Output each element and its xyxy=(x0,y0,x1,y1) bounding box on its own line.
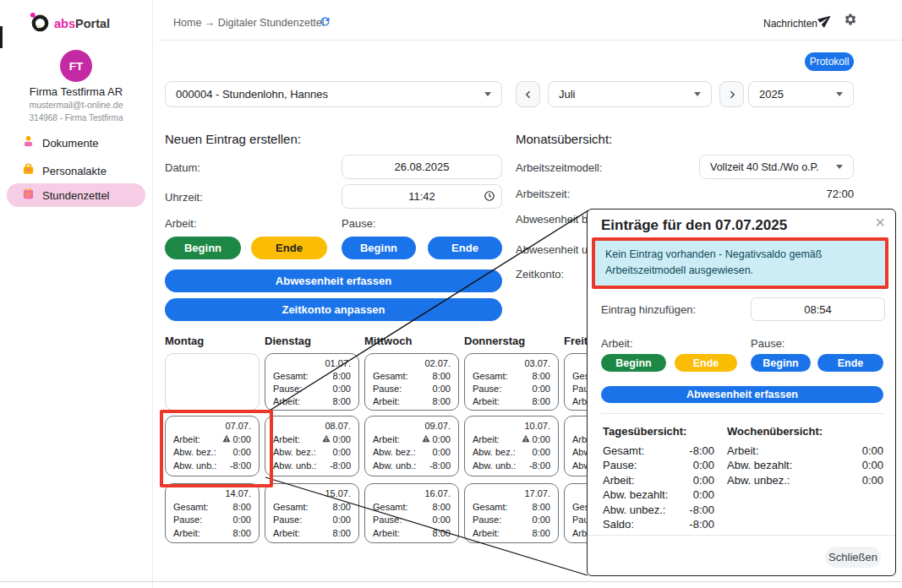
day-entries-modal: Einträge für den 07.07.2025 × Kein Eintr… xyxy=(587,209,896,576)
day-row: Pause:0:00 xyxy=(373,383,451,395)
day-row: Arbeit:8:00 xyxy=(373,527,451,541)
no-entry-notice: Kein Eintrag vorhanden - Negativsaldo ge… xyxy=(592,237,888,289)
pause-beginn-button[interactable]: Beginn xyxy=(342,237,416,259)
sidebar-item-label: Dokumente xyxy=(42,137,98,150)
tagesuebersicht-table: Gesamt:-8:00 Pause:0:00 Arbeit:0:00 Abw.… xyxy=(603,444,714,531)
day-row: Abw. unb.:-8:00 xyxy=(273,460,351,473)
nachrichten-label[interactable]: Nachrichten xyxy=(763,18,817,30)
warning-icon xyxy=(522,433,530,447)
sidebar: absPortal FT Firma Testfirma AR musterma… xyxy=(0,0,153,588)
topbar-divider xyxy=(159,40,902,41)
arbeitszeit-label: Arbeitszeit: xyxy=(516,188,570,200)
sidebar-item-label: Stundenzettel xyxy=(42,189,110,202)
modal-arbeit-ende-button[interactable]: Ende xyxy=(675,354,737,372)
day-row: Gesamt:8:00 xyxy=(473,370,550,383)
weekday-header: Mittwoch xyxy=(364,335,459,347)
avatar[interactable]: FT xyxy=(60,50,92,82)
sidebar-item-stundenzettel[interactable]: Stundenzettel xyxy=(22,184,110,206)
modal-pause-label: Pause: xyxy=(751,337,784,350)
pause-label: Pause: xyxy=(342,217,375,230)
uhrzeit-input[interactable] xyxy=(342,184,502,209)
arbeit-beginn-button[interactable]: Beginn xyxy=(165,237,241,259)
modal-pause-beginn-button[interactable]: Beginn xyxy=(751,354,811,372)
tagesuebersicht-title: Tagesübersicht: xyxy=(603,425,686,438)
zeitkonto-anpassen-button[interactable]: Zeitkonto anpassen xyxy=(165,298,502,321)
org-id: 314968 - Firma Testfirma xyxy=(0,113,152,122)
month-select[interactable]: Juli xyxy=(548,81,712,107)
day-card[interactable]: 17.07. Gesamt:8:00 Pause:0:00 Arbeit:8:0… xyxy=(464,483,559,543)
day-row: Arbeit:0:00 xyxy=(373,433,451,447)
day-row: Arbeit:8:00 xyxy=(273,527,351,541)
modal-divider xyxy=(601,413,883,414)
modal-divider xyxy=(601,291,883,291)
datum-label: Datum: xyxy=(165,161,200,174)
gear-icon[interactable] xyxy=(844,13,857,30)
person-icon xyxy=(22,135,35,150)
wochenuebersicht-title: Wochenübersicht: xyxy=(727,425,823,438)
day-card[interactable]: 08.07. Arbeit:0:00 Abw. bez.:0:00 Abw. u… xyxy=(265,416,359,476)
eintrag-time-input[interactable] xyxy=(751,297,885,321)
send-icon[interactable] xyxy=(818,13,833,30)
protokoll-button[interactable]: Protokoll xyxy=(805,52,854,71)
day-card[interactable]: 01.07. Gesamt:8:00 Pause:0:00 Arbeit:8:0… xyxy=(265,353,359,411)
arbeitszeit-value: 72:00 xyxy=(719,188,854,200)
modal-pause-ende-button[interactable]: Ende xyxy=(817,354,883,372)
arbeitszeitmodell-select[interactable]: Vollzeit 40 Std./Wo o.P. xyxy=(699,155,854,179)
modal-abwesenheit-button[interactable]: Abwesenheit erfassen xyxy=(601,386,883,403)
refresh-icon[interactable] xyxy=(319,15,331,31)
summary-row: Abw. unbez.:0:00 xyxy=(727,473,883,487)
arbeit-label: Arbeit: xyxy=(165,217,197,230)
schliessen-button[interactable]: Schließen xyxy=(825,547,881,568)
app-logo: absPortal xyxy=(29,11,110,35)
datum-input[interactable] xyxy=(342,155,502,179)
next-month-button[interactable] xyxy=(719,81,744,107)
weekday-header: Donnerstag xyxy=(464,335,559,347)
abwesenheit-erfassen-button[interactable]: Abwesenheit erfassen xyxy=(165,270,502,292)
wochenuebersicht-table: Arbeit:0:00 Abw. bezahlt:0:00 Abw. unbez… xyxy=(727,444,883,487)
weekday-header: Dienstag xyxy=(265,335,359,347)
month-overview-title: Monatsübersicht: xyxy=(516,132,612,146)
day-card[interactable]: 15.07. Gesamt:8:00 Pause:0:00 Arbeit:8:0… xyxy=(265,483,359,543)
day-row: Abw. unb.:-8:00 xyxy=(373,460,451,473)
day-row: Arbeit:0:00 xyxy=(473,433,550,447)
day-row: Pause:0:00 xyxy=(173,514,251,527)
arbeitszeitmodell-label: Arbeitszeitmodell: xyxy=(516,161,603,174)
summary-row: Gesamt:-8:00 xyxy=(603,444,714,458)
breadcrumb[interactable]: Home → Digitaler Stundenzettel xyxy=(173,17,325,29)
day-row: Abw. bez.:0:00 xyxy=(373,446,451,460)
day-card[interactable]: 16.07. Gesamt:8:00 Pause:0:00 Arbeit:8:0… xyxy=(364,483,459,543)
day-row: Arbeit:8:00 xyxy=(173,527,251,541)
day-card[interactable]: 03.07. Gesamt:8:00 Pause:0:00 Arbeit:8:0… xyxy=(464,353,559,411)
modal-arbeit-beginn-button[interactable]: Beginn xyxy=(601,354,666,372)
day-card[interactable]: 09.07. Arbeit:0:00 Abw. bez.:0:00 Abw. u… xyxy=(364,416,459,476)
employee-select[interactable]: 000004 - Stundenlohn, Hannes xyxy=(165,81,502,107)
sidebar-item-dokumente[interactable]: Dokumente xyxy=(22,132,98,154)
year-select[interactable]: 2025 xyxy=(748,81,854,107)
day-card[interactable]: 02.07. Gesamt:8:00 Pause:0:00 Arbeit:8:0… xyxy=(364,353,459,411)
summary-row: Abw. bezahlt:0:00 xyxy=(727,458,883,472)
day-row: Arbeit:8:00 xyxy=(473,395,550,408)
prev-month-button[interactable] xyxy=(516,81,540,107)
day-row: Gesamt:8:00 xyxy=(273,370,351,383)
company-name: Firma Testfirma AR xyxy=(0,85,152,98)
sidebar-item-label: Personalakte xyxy=(42,165,107,177)
pause-ende-button[interactable]: Ende xyxy=(428,237,502,259)
sidebar-item-personalakte[interactable]: Personalakte xyxy=(22,160,107,182)
summary-row: Abw. bezahlt:0:00 xyxy=(603,487,714,502)
day-card[interactable]: 14.07. Gesamt:8:00 Pause:0:00 Arbeit:8:0… xyxy=(165,483,260,543)
uhrzeit-label: Uhrzeit: xyxy=(165,191,203,204)
left-edge-artifact xyxy=(0,26,3,48)
weekday-header: Montag xyxy=(165,335,260,347)
day-row: Gesamt:8:00 xyxy=(373,370,451,383)
clock-icon[interactable] xyxy=(484,190,495,205)
page-bottom-divider xyxy=(0,581,902,582)
arbeit-ende-button[interactable]: Ende xyxy=(251,237,327,259)
day-card-empty[interactable] xyxy=(165,353,260,411)
close-icon[interactable]: × xyxy=(875,213,885,232)
summary-row: Abw. unbez.:-8:00 xyxy=(603,503,714,517)
day-row: Abw. bez.:0:00 xyxy=(473,446,550,460)
absportal-logo-icon xyxy=(29,11,50,35)
day-card[interactable]: 10.07. Arbeit:0:00 Abw. bez.:0:00 Abw. u… xyxy=(464,416,559,476)
summary-row: Saldo:-8:00 xyxy=(603,517,714,531)
day-row: Pause:0:00 xyxy=(473,383,550,395)
